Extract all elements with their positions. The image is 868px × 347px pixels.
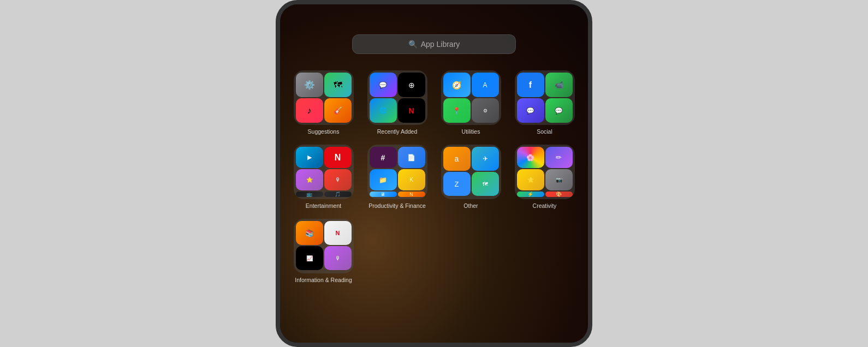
app-appstore[interactable]: A	[472, 73, 499, 97]
search-placeholder: App Library	[421, 40, 460, 49]
app-facetime[interactable]: 📹	[545, 73, 573, 97]
app-findmy[interactable]: 📍	[443, 98, 471, 123]
folders-row-2: ▶ N ⭐ 🎙 📺 🎵 Entertainment # 📄 📁 K 🖥	[281, 145, 587, 209]
app-netflix-recent[interactable]: N	[398, 98, 425, 123]
folder-label-productivity: Productivity & Finance	[368, 202, 425, 209]
folder-other[interactable]: a ✈ Z 🗺 Other	[439, 145, 502, 209]
folder-recently-added[interactable]: 💬 ⊕ 🌐 N Recently Added	[366, 70, 429, 135]
folder-label-social: Social	[537, 128, 552, 135]
app-shortcuts[interactable]: ⚡	[517, 192, 544, 197]
folder-label-information: Information & Reading	[295, 277, 352, 283]
app-messenger[interactable]: 💬	[370, 73, 397, 97]
folder-creativity[interactable]: 🌸 ✏ ⭐ 📷 ⚡ 🎨 Creativity	[513, 145, 576, 209]
folder-utilities[interactable]: 🧭 A 📍 ⚙ Utilities	[439, 70, 502, 135]
folder-box-information[interactable]: 📚 N 📈 🎙	[294, 219, 354, 273]
app-podcasts[interactable]: 🎙	[324, 246, 352, 270]
app-maps-other[interactable]: 🗺	[472, 172, 499, 196]
folder-box-recently-added[interactable]: 💬 ⊕ 🌐 N	[367, 70, 427, 125]
app-istar[interactable]: ⭐	[517, 169, 544, 190]
app-gdocs[interactable]: 📄	[398, 147, 425, 168]
folder-label-recently-added: Recently Added	[377, 128, 418, 135]
folder-label-suggestions: Suggestions	[308, 128, 340, 135]
app-stocks[interactable]: 📈	[296, 246, 323, 270]
folder-suggestions[interactable]: ⚙️ 🗺 ♪ 🎸 Suggestions	[292, 70, 355, 135]
folder-label-utilities: Utilities	[462, 128, 480, 135]
folder-label-other: Other	[463, 202, 478, 209]
folders-row-3: 📚 N 📈 🎙 Information & Reading	[281, 219, 587, 283]
folder-box-creativity[interactable]: 🌸 ✏ ⭐ 📷 ⚡ 🎨	[515, 145, 575, 199]
folder-information[interactable]: 📚 N 📈 🎙 Information & Reading	[292, 219, 355, 283]
app-pencil[interactable]: ✏	[545, 147, 573, 168]
folder-label-entertainment: Entertainment	[306, 202, 341, 209]
app-translate[interactable]: 🌐	[370, 98, 397, 123]
app-netflix-ent[interactable]: N	[324, 147, 352, 168]
app-testflight[interactable]: ✈	[472, 147, 499, 171]
folder-box-other[interactable]: a ✈ Z 🗺	[441, 145, 501, 199]
app-imessenger[interactable]: 💬	[517, 98, 544, 123]
app-files[interactable]: 📁	[370, 169, 397, 190]
app-library-content: 🔍 App Library ⚙️ 🗺 ♪ 🎸 Suggestions 💬	[280, 4, 588, 283]
folder-productivity[interactable]: # 📄 📁 K 🖥 N Productivity & Finance	[366, 145, 429, 209]
app-settings[interactable]: ⚙️	[296, 73, 323, 97]
folder-box-social[interactable]: f 📹 💬 💬	[515, 70, 575, 125]
app-books[interactable]: 📚	[296, 221, 323, 245]
folder-box-productivity[interactable]: # 📄 📁 K 🖥 N	[367, 145, 427, 199]
app-magnifier[interactable]: ⊕	[398, 73, 425, 97]
app-garageband[interactable]: 🎸	[324, 98, 352, 123]
app-camera[interactable]: 📷	[545, 169, 573, 190]
app-photos[interactable]: 🌸	[517, 147, 544, 168]
app-messages[interactable]: 💬	[545, 98, 573, 123]
device-frame: 🔍 App Library ⚙️ 🗺 ♪ 🎸 Suggestions 💬	[276, 0, 592, 347]
folder-entertainment[interactable]: ▶ N ⭐ 🎙 📺 🎵 Entertainment	[292, 145, 355, 209]
app-entertainment-4[interactable]: 🎙	[324, 169, 352, 190]
app-music[interactable]: ♪	[296, 98, 323, 123]
folder-social[interactable]: f 📹 💬 💬 Social	[513, 70, 576, 135]
app-collab[interactable]: 🖥	[370, 192, 397, 197]
folder-box-utilities[interactable]: 🧭 A 📍 ⚙	[441, 70, 501, 125]
app-facebook[interactable]: f	[517, 73, 544, 97]
folder-label-creativity: Creativity	[533, 202, 557, 209]
app-prime-video[interactable]: ▶	[296, 147, 323, 168]
app-util-misc[interactable]: ⚙	[472, 98, 499, 123]
app-notes[interactable]: K	[398, 169, 425, 190]
app-entertainment-3[interactable]: ⭐	[296, 169, 323, 190]
app-zoom[interactable]: Z	[443, 172, 471, 196]
folders-row-1: ⚙️ 🗺 ♪ 🎸 Suggestions 💬 ⊕ 🌐 N Recently Ad…	[281, 70, 587, 135]
folder-box-suggestions[interactable]: ⚙️ 🗺 ♪ 🎸	[294, 70, 354, 125]
app-appletv[interactable]: 📺	[296, 192, 323, 197]
app-safari[interactable]: 🧭	[443, 73, 471, 97]
app-entertainment-6[interactable]: 🎵	[324, 192, 352, 197]
app-creativity-6[interactable]: 🎨	[545, 192, 573, 197]
folder-box-entertainment[interactable]: ▶ N ⭐ 🎙 📺 🎵	[294, 145, 354, 199]
app-maps[interactable]: 🗺	[324, 73, 352, 97]
search-icon: 🔍	[408, 40, 418, 49]
app-news[interactable]: N	[324, 221, 352, 245]
app-productivity-6[interactable]: N	[398, 192, 425, 197]
app-slack[interactable]: #	[370, 147, 397, 168]
app-amazon[interactable]: a	[443, 147, 471, 171]
search-bar[interactable]: 🔍 App Library	[352, 34, 516, 54]
